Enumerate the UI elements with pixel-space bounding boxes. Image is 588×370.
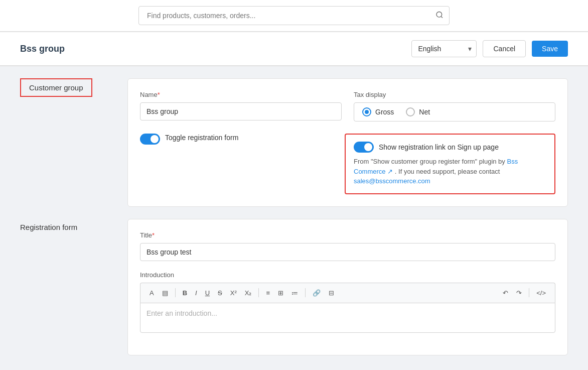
- search-icon: [435, 11, 444, 21]
- superscript-btn[interactable]: X²: [227, 287, 240, 299]
- show-registration-header: Show registration link on Sign up page: [354, 142, 546, 153]
- header-actions: English ▾ Cancel Save: [411, 40, 568, 57]
- toggle-registration-switch[interactable]: [140, 134, 160, 145]
- toggle-registration-label: Toggle registration form: [165, 134, 238, 142]
- registration-form-label: Registration form: [20, 223, 77, 231]
- tax-display-box: Gross Net: [354, 102, 555, 121]
- tax-display-group: Tax display Gross Net: [354, 91, 555, 121]
- show-registration-switch[interactable]: [354, 142, 374, 153]
- external-link-icon: ↗: [387, 168, 393, 175]
- search-wrapper: [138, 6, 450, 25]
- gross-radio[interactable]: Gross: [362, 107, 394, 116]
- registration-form-card: Title* Introduction A ▤ B I U S X² X₂ ≡ …: [127, 219, 568, 355]
- gross-radio-circle: [362, 107, 371, 116]
- subscript-btn[interactable]: X₂: [242, 287, 255, 299]
- intro-label: Introduction: [140, 271, 555, 279]
- strikethrough-btn[interactable]: S: [215, 287, 225, 299]
- toolbar-sep-2: [258, 288, 259, 297]
- toolbar-sep-3: [305, 288, 306, 297]
- intro-placeholder: Enter an introduction...: [146, 309, 217, 317]
- show-registration-label: Show registration link on Sign up page: [379, 143, 499, 151]
- link-btn[interactable]: 🔗: [310, 287, 324, 299]
- customer-group-section: Customer group Name* Tax display Gross: [0, 66, 588, 219]
- bold-btn[interactable]: B: [180, 287, 190, 299]
- language-select[interactable]: English: [411, 40, 477, 57]
- title-input[interactable]: [140, 243, 555, 261]
- svg-point-0: [436, 12, 442, 18]
- customer-group-card: Name* Tax display Gross Net: [127, 78, 568, 207]
- align-btn[interactable]: ≡: [263, 287, 273, 299]
- customer-group-label-wrapper: Customer group: [20, 78, 115, 207]
- title-label: Title*: [140, 231, 555, 239]
- redo-btn[interactable]: ↷: [513, 287, 525, 299]
- top-bar: [0, 0, 588, 32]
- page-title: Bss group: [20, 44, 65, 54]
- name-group: Name*: [140, 91, 342, 121]
- customer-group-label: Customer group: [20, 78, 92, 97]
- save-button[interactable]: Save: [532, 41, 568, 57]
- ordered-list-btn[interactable]: ≔: [288, 287, 301, 299]
- search-input[interactable]: [138, 6, 450, 25]
- show-registration-desc: From "Show customer group register form"…: [354, 157, 546, 186]
- name-label: Name*: [140, 91, 342, 98]
- net-radio[interactable]: Net: [406, 107, 430, 116]
- table-btn[interactable]: ⊟: [326, 287, 337, 299]
- toggle-registration-item: Toggle registration form: [140, 134, 333, 194]
- intro-editor[interactable]: Enter an introduction...: [140, 303, 555, 333]
- font-btn[interactable]: A: [146, 287, 157, 299]
- list-btn[interactable]: ⊞: [275, 287, 286, 299]
- intro-field-row: Introduction A ▤ B I U S X² X₂ ≡ ⊞ ≔ 🔗 ⊟…: [140, 271, 555, 333]
- net-label: Net: [419, 108, 430, 116]
- underline-btn[interactable]: U: [202, 287, 213, 299]
- editor-toolbar: A ▤ B I U S X² X₂ ≡ ⊞ ≔ 🔗 ⊟ ↶ ↷ </: [140, 283, 555, 303]
- grid-btn[interactable]: ▤: [159, 287, 171, 299]
- name-tax-row: Name* Tax display Gross Net: [140, 91, 555, 121]
- cancel-button[interactable]: Cancel: [483, 40, 526, 57]
- undo-btn[interactable]: ↶: [500, 287, 511, 299]
- svg-line-1: [441, 17, 443, 18]
- email-link[interactable]: sales@bsscommerce.com: [354, 177, 430, 185]
- header-bar: Bss group English ▾ Cancel Save: [0, 32, 588, 66]
- toolbar-sep-4: [529, 288, 529, 297]
- registration-form-label-wrapper: Registration form: [20, 219, 115, 355]
- toggle-row: Toggle registration form Show registrati…: [140, 134, 555, 194]
- italic-btn[interactable]: I: [192, 287, 200, 299]
- language-selector-wrapper: English ▾: [411, 40, 477, 57]
- tax-display-label: Tax display: [354, 91, 555, 98]
- show-registration-item: Show registration link on Sign up page F…: [345, 134, 555, 194]
- code-btn[interactable]: </>: [533, 287, 549, 299]
- registration-form-section: Registration form Title* Introduction A …: [0, 219, 588, 367]
- title-field-row: Title*: [140, 231, 555, 261]
- toolbar-sep-1: [175, 288, 176, 297]
- net-radio-circle: [406, 107, 415, 116]
- gross-label: Gross: [375, 108, 394, 116]
- name-input[interactable]: [140, 102, 342, 120]
